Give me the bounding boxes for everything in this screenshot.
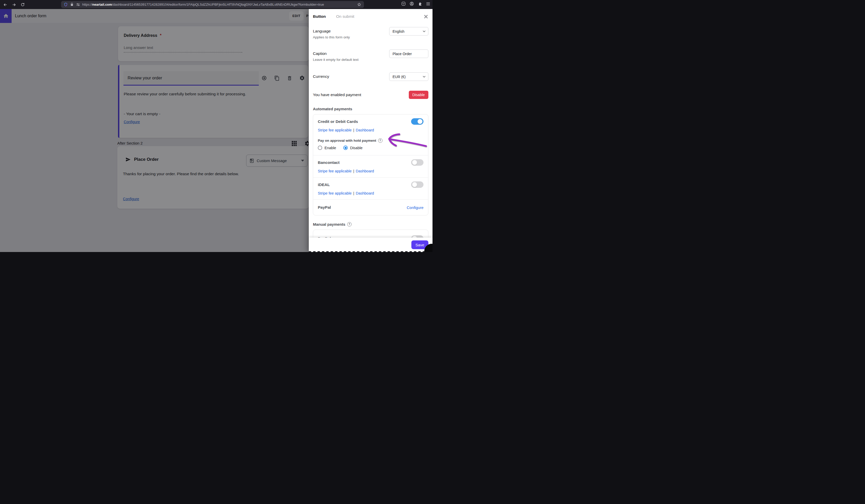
dashboard-link[interactable]: Dashboard [356, 191, 374, 195]
hold-payment-label: Pay on approval with hold payment ? [318, 138, 424, 143]
currency-select[interactable]: EUR (€) [389, 72, 428, 81]
help-icon[interactable]: ? [347, 222, 351, 226]
url-text: https://neartail.com/dashboard/114565391… [82, 3, 357, 7]
payment-status-row: You have enabled payment Disable [313, 91, 428, 99]
stripe-fee-link[interactable]: Stripe fee applicable [318, 191, 351, 195]
language-value: English [393, 30, 423, 34]
language-row: Language Applies to this form only Engli… [313, 27, 428, 39]
bancontact-toggle[interactable] [411, 159, 424, 166]
duplicate-icon[interactable] [274, 75, 280, 81]
menu-hamburger-icon[interactable] [426, 2, 430, 6]
settings-gear-icon[interactable] [299, 75, 305, 81]
application-window: https://neartail.com/dashboard/114565391… [0, 0, 432, 252]
reload-icon[interactable] [20, 2, 26, 8]
after-section-label: After Section 2 [117, 141, 142, 145]
bottom-dashed-edge [309, 251, 432, 252]
stripe-fee-link[interactable]: Stripe fee applicable [318, 128, 351, 132]
delivery-address-label: Delivery Address* [124, 33, 161, 38]
back-icon[interactable] [2, 2, 8, 8]
forward-icon[interactable] [11, 2, 17, 8]
panel-footer: Save [309, 237, 432, 252]
credit-debit-toggle[interactable] [411, 118, 424, 125]
permissions-sliders-icon[interactable] [76, 3, 80, 7]
home-button[interactable] [0, 9, 12, 23]
ideal-title: iDEAL [318, 183, 330, 187]
automated-payments-title: Automated payments [313, 107, 428, 111]
delivery-address-card[interactable]: Delivery Address* Long answer text [118, 26, 309, 61]
caption-label: Caption [313, 49, 358, 56]
bancontact-title: Bancontact [318, 160, 339, 165]
link-separator: | [353, 191, 354, 195]
required-asterisk: * [160, 33, 161, 38]
section-title-input[interactable]: Review your order [124, 71, 259, 85]
language-label: Language [313, 27, 350, 34]
stripe-fee-link[interactable]: Stripe fee applicable [318, 169, 351, 173]
review-order-card[interactable]: Review your order Please review your ord… [118, 65, 308, 138]
enable-radio-label: Enable [324, 146, 336, 150]
answer-underline [124, 52, 242, 52]
hold-payment-radios: Enable Disable [318, 145, 424, 150]
automated-payments-card: Credit or Debit Cards Stripe fee applica… [313, 114, 428, 215]
enable-radio[interactable] [318, 145, 322, 150]
bancontact-row: Bancontact Stripe fee applicable|Dashboa… [313, 155, 428, 177]
language-select[interactable]: English [389, 27, 428, 36]
place-order-card[interactable]: Place Order Custom Message Thanks for pl… [117, 146, 309, 209]
caption-note: Leave it empty for default text [313, 58, 358, 61]
dashboard-link[interactable]: Dashboard [356, 128, 374, 132]
close-icon[interactable] [423, 14, 428, 19]
ideal-toggle[interactable] [411, 181, 424, 188]
after-section-row: After Section 2 [117, 140, 309, 146]
dropdown-value: Custom Message [257, 159, 301, 163]
tab-preview[interactable]: P [306, 11, 309, 21]
credit-debit-row: Credit or Debit Cards Stripe fee applica… [313, 114, 428, 155]
manual-payments-title: Manual payments ? [313, 222, 428, 226]
extensions-icon[interactable] [417, 1, 423, 6]
address-bar[interactable]: https://neartail.com/dashboard/114565391… [61, 1, 364, 8]
home-icon [3, 13, 9, 19]
visibility-icon[interactable] [261, 75, 267, 81]
paypal-title: PayPal [318, 205, 331, 210]
tab-on-submit[interactable]: On submit [336, 14, 354, 19]
caret-down-icon [301, 160, 304, 162]
section-description: Please review your order carefully befor… [124, 92, 246, 96]
chevron-down-icon [423, 76, 426, 78]
panel-tabs: Button On submit [313, 9, 428, 24]
currency-row: Currency EUR (€) [313, 72, 428, 81]
currency-label: Currency [313, 72, 329, 79]
send-icon [126, 157, 131, 162]
tracking-shield-icon[interactable] [64, 3, 68, 7]
button-settings-panel: Button On submit Language Applies to thi… [309, 9, 432, 252]
delete-icon[interactable] [287, 75, 292, 81]
configure-link[interactable]: Configure [123, 197, 139, 201]
caption-input[interactable]: Place Order [389, 49, 428, 58]
disable-radio[interactable] [343, 145, 348, 150]
thanks-message: Thanks for placing your order. Please fi… [123, 172, 239, 176]
long-answer-placeholder: Long answer text [124, 45, 153, 50]
lock-icon[interactable] [70, 3, 74, 7]
paypal-row: PayPal Configure [313, 199, 428, 215]
browser-toolbar: https://neartail.com/dashboard/114565391… [0, 0, 432, 9]
help-icon[interactable]: ? [378, 138, 382, 143]
tab-edit[interactable]: EDIT [289, 11, 304, 21]
link-separator: | [353, 169, 354, 173]
account-icon[interactable] [409, 1, 414, 6]
pocket-save-icon[interactable] [401, 1, 406, 6]
ideal-row: iDEAL Stripe fee applicable|Dashboard [313, 177, 428, 199]
page-title: Lunch order form [15, 9, 46, 23]
configure-link[interactable]: Configure [124, 120, 140, 124]
grid-apps-icon[interactable] [291, 140, 297, 146]
chevron-down-icon [423, 31, 426, 32]
tab-button[interactable]: Button [313, 14, 326, 19]
disable-payment-button[interactable]: Disable [409, 91, 428, 99]
bookmark-star-icon[interactable] [357, 2, 361, 7]
cart-empty-text: - Your cart is empty - [124, 112, 160, 116]
dashboard-link[interactable]: Dashboard [356, 169, 374, 173]
paypal-configure-link[interactable]: Configure [407, 206, 424, 210]
message-type-dropdown[interactable]: Custom Message [246, 155, 308, 167]
caption-row: Caption Leave it empty for default text … [313, 49, 428, 61]
payment-status-text: You have enabled payment [313, 93, 361, 97]
link-separator: | [353, 128, 354, 132]
place-order-title: Place Order [134, 157, 159, 162]
credit-debit-title: Credit or Debit Cards [318, 119, 358, 124]
language-note: Applies to this form only [313, 35, 350, 39]
